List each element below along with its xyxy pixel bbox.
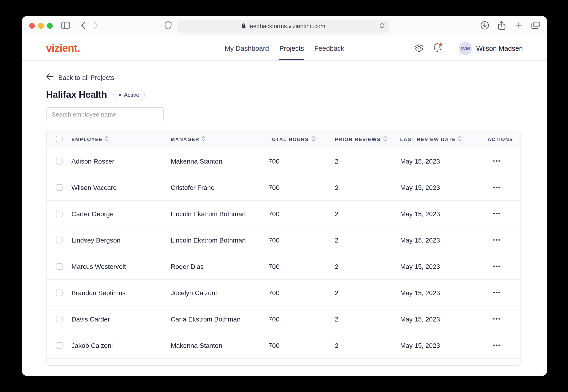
ellipsis-icon	[493, 213, 495, 214]
row-actions-button[interactable]	[491, 315, 502, 322]
row-checkbox[interactable]	[56, 158, 63, 164]
url-text: feedbackforms.vizientinc.com	[248, 23, 325, 30]
tab-overview-button[interactable]	[530, 21, 541, 31]
nav-projects[interactable]: Projects	[279, 36, 304, 60]
privacy-shield-button[interactable]	[163, 21, 173, 31]
employee-cell: Brandon Septimus	[71, 289, 171, 296]
sort-icon	[311, 135, 315, 143]
header-divider	[451, 43, 451, 53]
total-hours-cell: 700	[269, 210, 335, 217]
actions-cell	[488, 210, 520, 217]
sidebar-toggle-button[interactable]	[60, 21, 71, 31]
total-hours-cell: 700	[269, 315, 335, 323]
status-badge-label: Active	[124, 91, 139, 98]
row-actions-button[interactable]	[491, 210, 502, 217]
column-header-prior-reviews[interactable]: Prior Reviews	[335, 135, 400, 143]
manager-cell: Makenna Stanton	[171, 157, 269, 165]
ellipsis-icon	[493, 318, 495, 320]
row-actions-button[interactable]	[491, 184, 502, 191]
shield-icon	[164, 21, 171, 31]
row-actions-button[interactable]	[491, 237, 502, 243]
notifications-button[interactable]	[431, 42, 443, 54]
table-row: Carter George Lincoln Ekstrom Bothman 70…	[46, 201, 520, 227]
forward-button[interactable]	[91, 21, 101, 31]
manager-cell: Cristofer Franci	[171, 183, 269, 191]
nav-my-dashboard[interactable]: My Dashboard	[225, 36, 269, 60]
total-hours-cell: 700	[269, 289, 335, 296]
column-header-total-hours[interactable]: Total Hours	[269, 135, 335, 143]
minimize-window-button[interactable]	[38, 23, 44, 29]
table-row: Lindsey Bergson Lincoln Ekstrom Bothman …	[46, 227, 520, 253]
reload-button[interactable]	[378, 22, 386, 30]
ellipsis-icon	[493, 292, 495, 293]
column-header-last-review-date[interactable]: Last Review Date	[400, 135, 488, 143]
row-checkbox[interactable]	[56, 184, 63, 191]
header-right-cluster: WM Wilson Madsen	[413, 42, 523, 55]
table-row: Marcus Westervelt Roger Dias 700 2 May 1…	[46, 253, 520, 280]
table-header-row: Employee Manager Total Hours Prior Revie…	[46, 130, 520, 148]
select-all-cell	[46, 136, 71, 142]
row-checkbox-cell	[46, 237, 71, 243]
row-checkbox[interactable]	[56, 237, 63, 243]
back-button[interactable]	[78, 21, 88, 31]
row-actions-button[interactable]	[491, 263, 502, 270]
row-checkbox[interactable]	[56, 263, 63, 269]
prior-reviews-cell: 2	[335, 210, 400, 217]
manager-cell: Jocelyn Calzoni	[171, 289, 269, 296]
table-row: Adison Rosser Makenna Stanton 700 2 May …	[46, 148, 520, 174]
new-tab-button[interactable]	[513, 21, 524, 31]
back-to-projects-link[interactable]: Back to all Projects	[46, 73, 114, 81]
lock-icon	[241, 22, 246, 30]
back-arrow-icon	[46, 73, 54, 81]
sort-icon	[105, 135, 109, 143]
row-checkbox[interactable]	[56, 210, 63, 217]
employee-cell: Wilson Vaccaro	[71, 183, 171, 191]
last-review-date-cell: May 15, 2023	[400, 315, 488, 323]
download-icon	[480, 20, 489, 31]
back-icon	[80, 21, 85, 31]
gear-icon	[415, 43, 424, 53]
prior-reviews-cell: 2	[335, 315, 400, 323]
table-row: Wilson Vaccaro Cristofer Franci 700 2 Ma…	[46, 174, 520, 201]
row-checkbox[interactable]	[56, 342, 63, 349]
user-name: Wilson Madsen	[476, 44, 523, 52]
settings-button[interactable]	[413, 42, 426, 54]
row-checkbox-cell	[46, 289, 71, 296]
column-header-manager[interactable]: Manager	[171, 135, 269, 143]
row-checkbox-cell	[46, 184, 71, 191]
row-actions-button[interactable]	[491, 157, 502, 165]
last-review-date-cell: May 15, 2023	[400, 183, 488, 191]
title-row: Halifax Health Active	[46, 89, 521, 100]
column-header-employee[interactable]: Employee	[71, 135, 171, 143]
sort-icon	[458, 135, 462, 143]
manager-cell: Lincoln Ekstrom Bothman	[171, 210, 269, 217]
address-bar[interactable]: feedbackforms.vizientinc.com	[177, 20, 389, 33]
nav-feedback[interactable]: Feedback	[314, 36, 344, 60]
app-header: vizient. My Dashboard Projects Feedback …	[22, 36, 547, 61]
last-review-date-cell: May 15, 2023	[400, 157, 488, 165]
prior-reviews-cell: 2	[335, 263, 400, 270]
row-checkbox[interactable]	[56, 289, 63, 296]
last-review-date-cell: May 15, 2023	[400, 341, 488, 349]
avatar[interactable]: WM	[459, 42, 472, 55]
row-checkbox[interactable]	[56, 316, 63, 322]
traffic-lights	[29, 16, 53, 36]
share-button[interactable]	[497, 21, 507, 31]
main-nav: My Dashboard Projects Feedback	[225, 36, 344, 60]
search-input[interactable]	[46, 107, 164, 121]
actions-cell	[488, 263, 520, 270]
vizient-logo[interactable]: vizient.	[46, 42, 80, 54]
select-all-checkbox[interactable]	[56, 136, 63, 142]
row-actions-button[interactable]	[491, 289, 502, 296]
prior-reviews-cell: 2	[335, 236, 400, 244]
downloads-button[interactable]	[480, 21, 490, 31]
row-checkbox-cell	[46, 342, 71, 349]
browser-window: feedbackforms.vizientinc.com vizient.	[22, 16, 547, 376]
browser-toolbar: feedbackforms.vizientinc.com	[22, 16, 547, 36]
close-window-button[interactable]	[29, 23, 35, 29]
zoom-window-button[interactable]	[47, 23, 53, 29]
table-row: Jakob Calzoni Makenna Stanton 700 2 May …	[46, 332, 520, 359]
actions-cell	[488, 289, 520, 296]
prior-reviews-cell: 2	[335, 183, 400, 191]
row-actions-button[interactable]	[491, 342, 502, 349]
